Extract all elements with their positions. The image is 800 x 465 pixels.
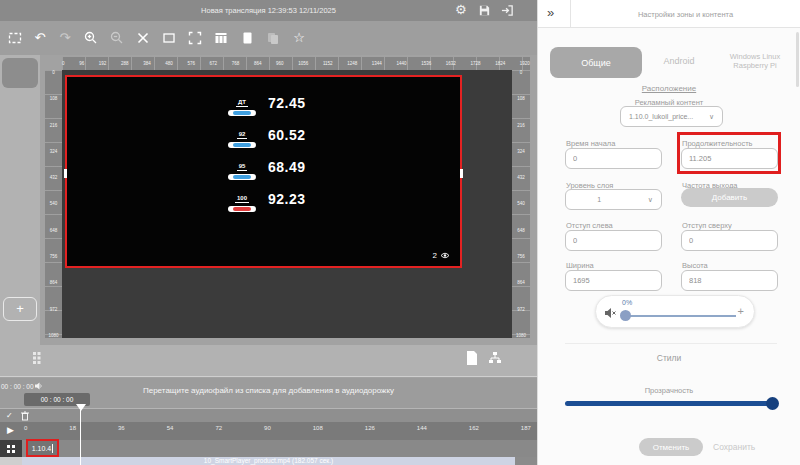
fuel-grade-pill-band xyxy=(233,175,251,179)
canvas-screen[interactable]: ДТ72.459260.529568.4910092.23 2 xyxy=(62,70,512,338)
tab-general[interactable]: Общие xyxy=(550,47,642,78)
ruler-tick: 192 xyxy=(99,61,107,66)
ruler-tick: 108 xyxy=(50,96,58,101)
height-input[interactable] xyxy=(681,270,778,291)
text-cursor xyxy=(52,444,53,453)
expand-frame-icon[interactable] xyxy=(188,31,202,45)
collapse-panel-icon[interactable]: » xyxy=(547,5,554,20)
content-select[interactable]: 1.10.0_lukoil_price... ∨ xyxy=(620,106,723,127)
fuel-grade-pill-band xyxy=(233,207,251,211)
opacity-label: Прозрачность xyxy=(538,386,800,395)
zoom-out-icon[interactable] xyxy=(110,31,124,45)
add-frequency-button[interactable]: Добавить xyxy=(681,188,778,207)
duplicate-page-icon[interactable] xyxy=(266,31,280,45)
volume-plus-button[interactable]: + xyxy=(738,305,744,317)
document-icon[interactable] xyxy=(466,351,478,365)
ruler-tick: 864 xyxy=(50,280,58,285)
settings-gear-icon[interactable]: ⚙ xyxy=(455,3,467,17)
copy-page-icon[interactable] xyxy=(240,31,254,45)
track-header-cell[interactable] xyxy=(0,440,22,457)
fuel-grade-badge: 95 xyxy=(227,154,257,180)
ruler-tick: 1080 xyxy=(48,333,58,338)
save-floppy-icon[interactable] xyxy=(478,4,491,17)
delete-x-icon[interactable] xyxy=(136,31,150,45)
ruler-tick: 1344 xyxy=(372,61,382,66)
volume-control: 0% + xyxy=(595,295,755,328)
duration-input[interactable] xyxy=(681,148,778,169)
ruler-tick: 288 xyxy=(121,61,129,66)
ruler-tick: 768 xyxy=(232,61,240,66)
price-row: 9260.52 xyxy=(227,119,306,151)
columns-table-icon[interactable] xyxy=(214,31,228,45)
ruler-tick: 18 xyxy=(69,425,76,431)
check-icon[interactable]: ✓ xyxy=(6,411,13,420)
ruler-tick: 960 xyxy=(276,61,284,66)
ruler-tick: 756 xyxy=(50,254,58,259)
trash-icon[interactable] xyxy=(21,411,29,421)
fuel-grade-badge: ДТ xyxy=(227,90,257,116)
zone-visibility-icon[interactable] xyxy=(440,252,450,259)
zone-resize-handle-left[interactable] xyxy=(64,169,67,178)
start-time-input[interactable] xyxy=(565,148,662,169)
ruler-tick: 162 xyxy=(469,425,479,431)
zone-resize-handle-right[interactable] xyxy=(460,169,463,178)
cancel-button[interactable]: Отменить xyxy=(639,438,703,456)
ruler-tick: 648 xyxy=(50,228,58,233)
add-zone-button[interactable]: + xyxy=(3,297,37,321)
hierarchy-icon[interactable] xyxy=(488,352,502,364)
ruler-tick: 0 xyxy=(520,70,523,75)
layer-select[interactable]: 1 ∨ xyxy=(565,189,662,210)
layers-grid-icon[interactable] xyxy=(33,352,45,364)
tab-windows-linux-line1: Windows Linux xyxy=(714,52,796,61)
play-icon[interactable]: ▶ xyxy=(7,425,14,435)
favorite-star-icon[interactable]: ☆ xyxy=(292,31,306,45)
tab-android[interactable]: Android xyxy=(649,56,709,66)
ruler-tick: 72 xyxy=(215,425,222,431)
canvas-footer-row xyxy=(0,345,537,377)
ruler-tick: 324 xyxy=(50,149,58,154)
selection-frame-icon[interactable] xyxy=(8,31,22,45)
ruler-tick: 144 xyxy=(417,425,427,431)
playhead-marker[interactable] xyxy=(76,404,86,411)
media-header-cell[interactable] xyxy=(0,457,22,465)
horizontal-ruler: 0961922883844805766727688649601056115212… xyxy=(62,57,530,70)
ruler-tick: 576 xyxy=(187,61,195,66)
fuel-grade-badge: 92 xyxy=(227,122,257,148)
save-button[interactable]: Сохранить xyxy=(713,442,755,452)
ruler-tick: 1056 xyxy=(298,61,308,66)
rectangle-icon[interactable] xyxy=(162,31,176,45)
volume-slider-thumb[interactable] xyxy=(620,310,631,321)
location-link[interactable]: Расположение xyxy=(538,84,800,93)
ruler-tick: 384 xyxy=(143,61,151,66)
vertical-ruler-right: 01082163244325406487568649721080 xyxy=(512,70,530,338)
offset-top-input[interactable] xyxy=(681,230,778,251)
height-label: Высота xyxy=(682,261,708,270)
fuel-grade-label: ДТ xyxy=(236,99,248,107)
exit-icon[interactable] xyxy=(501,4,514,17)
ruler-tick: 480 xyxy=(165,61,173,66)
width-input[interactable] xyxy=(565,270,662,291)
ruler-tick: 36 xyxy=(118,425,125,431)
price-value: 92.23 xyxy=(268,191,306,207)
width-label: Ширина xyxy=(566,261,594,270)
price-zone[interactable]: ДТ72.459260.529568.4910092.23 2 xyxy=(65,75,462,268)
opacity-slider-track[interactable] xyxy=(565,401,777,406)
redo-icon[interactable]: ↷ xyxy=(58,31,72,45)
zone-card[interactable] xyxy=(2,58,38,88)
ruler-tick: 1152 xyxy=(323,61,333,66)
panel-scrollbar[interactable] xyxy=(796,32,799,87)
fuel-grade-pill xyxy=(228,110,256,116)
speaker-muted-icon[interactable] xyxy=(605,307,617,319)
price-value: 72.45 xyxy=(268,95,306,111)
tab-windows-linux-line2: Raspberry Pi xyxy=(714,61,796,70)
media-clip[interactable]: 10_SmartPlayer_product.mp4 (182.057 сек.… xyxy=(22,457,515,465)
zoom-in-icon[interactable] xyxy=(84,31,98,45)
opacity-slider-thumb[interactable] xyxy=(766,397,779,410)
clip-label-editor[interactable]: 1.10.4 xyxy=(26,439,59,457)
volume-slider-track[interactable] xyxy=(624,315,736,317)
tab-windows-linux[interactable]: Windows Linux Raspberry Pi xyxy=(714,52,796,70)
ruler-tick: 54 xyxy=(167,425,174,431)
undo-icon[interactable]: ↶ xyxy=(33,31,47,45)
offset-left-input[interactable] xyxy=(565,230,662,251)
ruler-tick: 324 xyxy=(517,149,525,154)
